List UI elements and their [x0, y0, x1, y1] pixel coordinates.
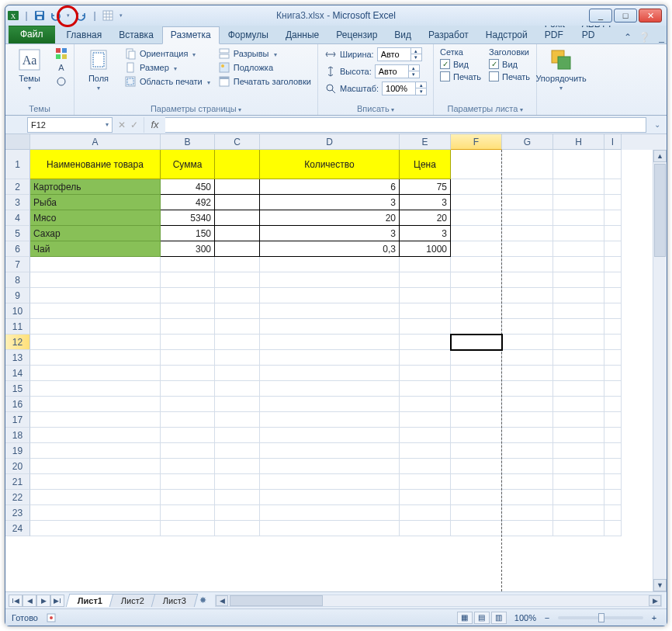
cell[interactable] [502, 257, 553, 272]
row-header[interactable]: 13 [5, 350, 30, 366]
cell[interactable] [553, 272, 604, 288]
cell[interactable] [161, 521, 215, 536]
cell[interactable] [553, 350, 604, 366]
cell[interactable] [502, 381, 553, 397]
cell[interactable] [451, 366, 502, 381]
print-titles-button[interactable]: Печатать заголовки [218, 75, 311, 88]
cell[interactable] [260, 366, 400, 381]
cell[interactable] [161, 459, 215, 474]
cell[interactable] [400, 505, 451, 521]
sheet-tab-2[interactable]: Лист2 [109, 594, 157, 607]
arrange-button[interactable]: Упорядочить ▾ [543, 47, 579, 92]
cell[interactable]: 0,3 [260, 241, 400, 257]
row-header[interactable]: 19 [5, 443, 30, 459]
cell[interactable] [451, 226, 502, 241]
cell[interactable] [553, 303, 604, 319]
cell[interactable] [400, 459, 451, 474]
cell[interactable] [502, 505, 553, 521]
cell[interactable] [215, 241, 260, 257]
cell[interactable] [30, 381, 161, 397]
cell[interactable] [553, 257, 604, 272]
cell[interactable] [604, 443, 622, 459]
cell[interactable] [30, 521, 161, 536]
cell[interactable] [604, 366, 622, 381]
cell[interactable] [400, 335, 451, 350]
cell[interactable] [161, 272, 215, 288]
cell[interactable] [215, 428, 260, 443]
page-layout-view-icon[interactable]: ▤ [474, 612, 490, 624]
cell[interactable] [215, 272, 260, 288]
minimize-ribbon-icon[interactable]: ⌃ [622, 31, 634, 43]
close-button[interactable]: ✕ [639, 9, 662, 23]
tab-addins[interactable]: Надстрой [477, 26, 536, 43]
cell[interactable] [553, 443, 604, 459]
cell[interactable] [400, 257, 451, 272]
row-header[interactable]: 16 [5, 397, 30, 412]
cell[interactable] [604, 272, 622, 288]
cell[interactable] [502, 226, 553, 241]
cell[interactable]: Мясо [30, 210, 161, 226]
cell[interactable] [604, 319, 622, 335]
cell[interactable]: 20 [260, 210, 400, 226]
expand-formula-bar-icon[interactable]: ⌄ [651, 120, 663, 129]
cell[interactable] [400, 272, 451, 288]
hscroll-thumb[interactable] [230, 595, 323, 606]
group-sheet-options-label[interactable]: Параметры листа [440, 102, 530, 113]
cell[interactable] [553, 381, 604, 397]
cell[interactable] [604, 381, 622, 397]
scale-spinner[interactable]: ▴▾ [382, 81, 427, 95]
maximize-button[interactable]: □ [614, 9, 637, 23]
cell[interactable] [161, 428, 215, 443]
cell[interactable] [260, 303, 400, 319]
cell[interactable] [451, 179, 502, 195]
cell[interactable] [400, 443, 451, 459]
cell[interactable] [604, 179, 622, 195]
cell[interactable] [215, 459, 260, 474]
cell[interactable] [260, 459, 400, 474]
cell[interactable]: 1000 [400, 241, 451, 257]
scroll-left-icon[interactable]: ◀ [216, 595, 228, 606]
cell[interactable] [215, 490, 260, 505]
page-break-view-icon[interactable]: ▥ [491, 612, 507, 624]
cell[interactable] [260, 443, 400, 459]
col-header-d[interactable]: D [260, 134, 400, 150]
cell[interactable] [400, 397, 451, 412]
cell[interactable] [30, 459, 161, 474]
cell[interactable] [451, 521, 502, 536]
cell[interactable] [260, 350, 400, 366]
cell[interactable] [553, 241, 604, 257]
cell[interactable] [502, 272, 553, 288]
cell[interactable] [502, 443, 553, 459]
cell[interactable] [604, 350, 622, 366]
cell[interactable] [260, 521, 400, 536]
redo-icon[interactable] [75, 9, 88, 22]
cell[interactable]: 300 [161, 241, 215, 257]
cell[interactable] [553, 505, 604, 521]
row-header[interactable]: 23 [5, 505, 30, 521]
cell[interactable] [260, 381, 400, 397]
row-header[interactable]: 20 [5, 459, 30, 474]
headings-view-checkbox[interactable]: ✓Вид [489, 59, 530, 69]
cell[interactable] [161, 412, 215, 428]
cell[interactable] [30, 366, 161, 381]
cell[interactable] [215, 381, 260, 397]
cell[interactable] [215, 226, 260, 241]
cell[interactable] [553, 179, 604, 195]
cell[interactable] [260, 272, 400, 288]
cell[interactable] [161, 257, 215, 272]
last-sheet-icon[interactable]: ▶I [50, 595, 64, 607]
cell[interactable] [502, 195, 553, 210]
cell[interactable] [553, 150, 604, 179]
cell[interactable]: Наименование товара [30, 150, 161, 179]
name-box[interactable]: F12▾ [27, 117, 113, 133]
cell[interactable] [502, 366, 553, 381]
scroll-right-icon[interactable]: ▶ [649, 595, 661, 606]
row-header[interactable]: 10 [5, 303, 30, 319]
themes-button[interactable]: Aa Темы ▾ [12, 47, 47, 92]
cell[interactable] [260, 490, 400, 505]
cell[interactable] [215, 319, 260, 335]
cell[interactable]: 3 [400, 226, 451, 241]
cell[interactable] [451, 474, 502, 490]
cell[interactable]: 6 [260, 179, 400, 195]
group-page-setup-label[interactable]: Параметры страницы [81, 102, 311, 113]
